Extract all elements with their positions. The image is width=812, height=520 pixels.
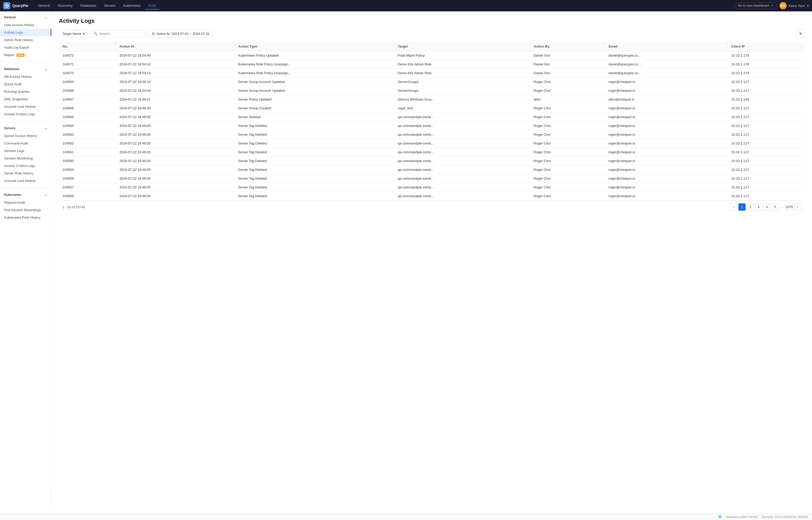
table-row[interactable]: 1045622024-07-22 16:48:05Server Tag Dele…	[59, 139, 805, 148]
sidebar-section-databases: Databases ▲ DB Access History Query Audi…	[0, 63, 51, 120]
sidebar-section-header-servers: Servers ▲	[0, 124, 51, 132]
sidebar-item-report[interactable]: Report Beta	[0, 51, 51, 59]
sidebar: General ▲ User Access History Activity L…	[0, 11, 52, 513]
sidebar-item-pod-session-recordings[interactable]: Pod Session Recordings	[0, 206, 51, 214]
user-chevron-icon: ▾	[807, 4, 809, 8]
user-avatar: KY	[780, 2, 787, 9]
col-header-no: No.	[59, 42, 116, 51]
sidebar-item-command-audit[interactable]: Command Audit	[0, 139, 51, 147]
sidebar-item-db-access-history[interactable]: DB Access History	[0, 73, 51, 80]
page-dots: ···	[780, 205, 785, 209]
table-row[interactable]: 1045602024-07-22 16:48:05Server Tag Dele…	[59, 157, 805, 165]
nav-tab-audit[interactable]: Audit	[145, 2, 160, 9]
main-wrapper: General ▲ User Access History Activity L…	[0, 11, 812, 520]
target-name-filter-button[interactable]: Target Name ▾	[59, 30, 88, 37]
footer-timezone: Asia/Seoul (GMT+09:00)	[726, 515, 757, 518]
table-row[interactable]: 1045662024-07-22 16:48:30Server Group Cr…	[59, 104, 805, 113]
filters-row: Target Name ▾ 🔍 ⊟ Action At: 2024-07-01 …	[59, 29, 805, 38]
pagination-summary: 1 - 50 of 53745	[62, 205, 85, 209]
next-page-button[interactable]: ›	[794, 203, 801, 211]
refresh-button[interactable]: ↻	[796, 29, 805, 38]
footer-version: QueryPie 10.0.0 (20240722-182828)	[762, 515, 808, 518]
sidebar-item-kubernetes-role-history[interactable]: Kubernetes Role History	[0, 214, 51, 221]
sidebar-item-query-audit[interactable]: Query Audit	[0, 80, 51, 88]
sidebar-section-general: General ▲ User Access History Activity L…	[0, 11, 51, 61]
sidebar-section-kubernetes: Kubernetes ▲ Request Audit Pod Session R…	[0, 189, 51, 223]
content-area: Activity Logs Target Name ▾ 🔍 ⊟ Action A…	[52, 11, 812, 513]
svg-point-1	[6, 5, 7, 6]
nav-right: Go to User Dashboard ↗ KY Keira Yoon ▾	[734, 2, 809, 9]
page-button-4[interactable]: 4	[763, 203, 771, 211]
page-button-3[interactable]: 3	[755, 203, 762, 211]
activity-logs-table: No. Action At Action Type Target Action …	[59, 42, 805, 201]
sidebar-item-running-queries[interactable]: Running Queries	[0, 88, 51, 95]
prev-page-button[interactable]: ‹	[730, 203, 737, 211]
table-row[interactable]: 1045572024-07-22 16:48:05Server Tag Dele…	[59, 183, 805, 192]
sidebar-collapse-button[interactable]: ‹	[49, 492, 52, 498]
app-name: QueryPie	[12, 4, 28, 8]
sidebar-item-db-access-control-logs[interactable]: Access Control Logs	[0, 110, 51, 118]
app-logo-icon	[3, 2, 10, 9]
page-button-2[interactable]: 2	[747, 203, 754, 211]
sidebar-item-request-audit[interactable]: Request Audit	[0, 199, 51, 206]
table-row[interactable]: 1045652024-07-22 16:48:05Server Deletedq…	[59, 113, 805, 122]
page-buttons: ‹ 1 2 3 4 5 ··· 1075 ›	[730, 203, 801, 211]
pagination-row: 1 - 50 of 53745 ‹ 1 2 3 4 5 ··· 1075 ›	[59, 201, 805, 213]
nav-tabs: General Discovery Databases Servers Kube…	[34, 2, 734, 9]
filter-icon: ⊟	[152, 32, 155, 36]
nav-tab-general[interactable]: General	[34, 2, 53, 9]
sidebar-section-servers: Servers ▲ Server Access History Command …	[0, 122, 51, 187]
table-row[interactable]: 1045632024-07-22 16:48:05Server Tag Dele…	[59, 130, 805, 139]
sidebar-item-activity-logs[interactable]: Activity Logs	[0, 29, 51, 36]
table-row[interactable]: 1045672024-07-22 16:48:41Server Policy U…	[59, 95, 805, 104]
chevron-down-icon: ▾	[83, 32, 85, 36]
table-row[interactable]: 1045702024-07-22 18:54:14Kubernetes Role…	[59, 69, 805, 78]
footer-globe-icon: 🌐	[718, 515, 722, 518]
go-dashboard-button[interactable]: Go to User Dashboard ↗	[734, 2, 776, 9]
col-header-client-ip: Client IP	[728, 42, 805, 51]
date-filter-button[interactable]: ⊟ Action At: 2024-07-01 ~ 2024-07-31	[148, 30, 213, 37]
main-layout: General ▲ User Access History Activity L…	[0, 11, 812, 513]
table-row[interactable]: 1045592024-07-22 16:48:05Server Tag Dele…	[59, 165, 805, 174]
sidebar-item-audit-log-export[interactable]: Audit Log Export	[0, 44, 51, 51]
sidebar-section-header-general: General ▲	[0, 14, 51, 21]
nav-tab-discovery[interactable]: Discovery	[54, 2, 76, 9]
page-title: Activity Logs	[59, 18, 805, 24]
table-row[interactable]: 1045562024-07-22 16:48:05Server Tag Dele…	[59, 192, 805, 201]
table-row[interactable]: 1045642024-07-22 16:48:05Server Tag Dele…	[59, 122, 805, 130]
sidebar-item-db-account-lock-history[interactable]: Account Lock History	[0, 103, 51, 110]
col-header-action-at: Action At	[116, 42, 234, 51]
footer: 🌐 Asia/Seoul (GMT+09:00) QueryPie 10.0.0…	[0, 513, 812, 520]
nav-tab-servers[interactable]: Servers	[101, 2, 119, 9]
sidebar-item-srv-account-lock-history[interactable]: Account Lock History	[0, 177, 51, 185]
sidebar-section-header-kubernetes: Kubernetes ▲	[0, 191, 51, 199]
sidebar-item-user-access-history[interactable]: User Access History	[0, 21, 51, 29]
sidebar-item-admin-role-history[interactable]: Admin Role History	[0, 36, 51, 44]
chevron-up-icon-k8s: ▲	[45, 193, 47, 197]
nav-tab-databases[interactable]: Databases	[77, 2, 100, 9]
table-row[interactable]: 1045692024-07-22 18:35:10Server Group Ac…	[59, 78, 805, 86]
nav-tab-kubernetes[interactable]: Kubernetes	[120, 2, 144, 9]
sidebar-item-srv-access-control-logs[interactable]: Access Control Logs	[0, 162, 51, 170]
table-row[interactable]: 1045682024-07-22 18:34:49Server Group Ac…	[59, 86, 805, 95]
user-name: Keira Yoon	[789, 4, 805, 8]
table-header-row: No. Action At Action Type Target Action …	[59, 42, 805, 51]
sidebar-item-dml-snapshots[interactable]: DML Snapshots	[0, 95, 51, 103]
sidebar-item-session-logs[interactable]: Session Logs	[0, 147, 51, 155]
search-input-wrap: 🔍	[91, 30, 145, 37]
page-button-last[interactable]: 1075	[786, 203, 793, 211]
page-button-1[interactable]: 1	[738, 203, 746, 211]
table-row[interactable]: 1045582024-07-22 16:48:05Server Tag Dele…	[59, 174, 805, 183]
table-row[interactable]: 1045712024-07-22 18:54:14Kubernetes Role…	[59, 60, 805, 69]
sidebar-item-server-access-history[interactable]: Server Access History	[0, 132, 51, 139]
sidebar-item-session-monitoring[interactable]: Session Monitoring	[0, 155, 51, 162]
external-link-icon: ↗	[771, 4, 773, 7]
user-menu[interactable]: KY Keira Yoon ▾	[780, 2, 809, 9]
sidebar-item-server-role-history[interactable]: Server Role History	[0, 170, 51, 177]
table-row[interactable]: 1045612024-07-22 16:48:05Server Tag Dele…	[59, 148, 805, 157]
refresh-icon: ↻	[799, 32, 802, 36]
search-input[interactable]	[99, 32, 143, 36]
table-row[interactable]: 1045722024-07-22 18:54:49Kubernetes Poli…	[59, 51, 805, 60]
page-button-5[interactable]: 5	[772, 203, 779, 211]
logo-area: QueryPie	[3, 2, 28, 9]
